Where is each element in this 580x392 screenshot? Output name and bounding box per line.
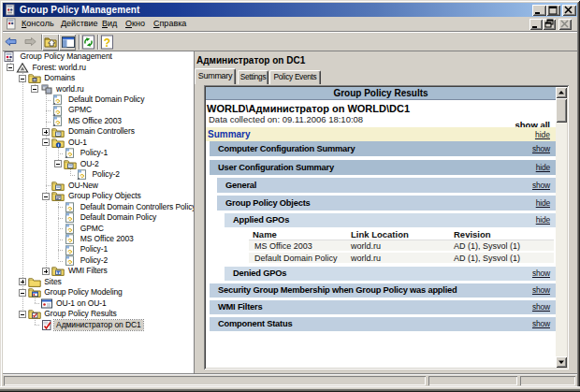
svg-text:?: ? [104, 36, 110, 50]
